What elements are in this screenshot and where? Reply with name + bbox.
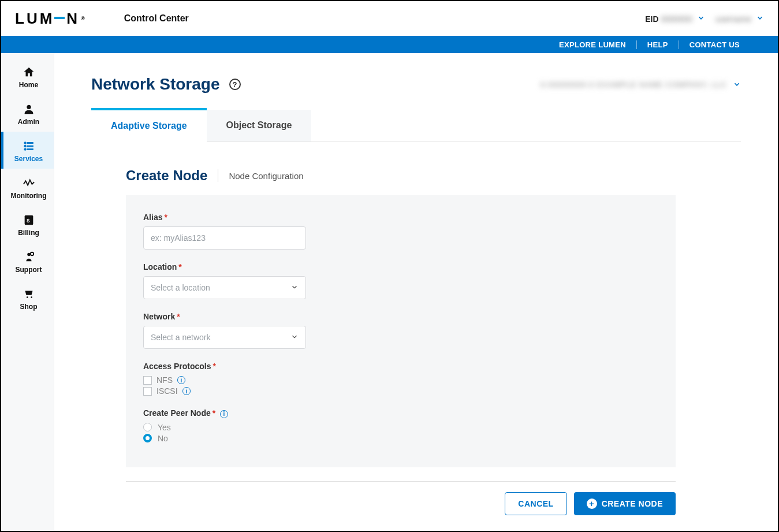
form-divider	[126, 481, 676, 482]
explore-lumen-link[interactable]: EXPLORE LUMEN	[549, 40, 636, 49]
info-icon[interactable]: i	[220, 410, 228, 418]
registered-icon: ®	[81, 16, 87, 21]
page-title: Network Storage	[91, 75, 220, 94]
create-node-section: Create Node Node Configuration Alias* Lo…	[91, 142, 741, 515]
account-selector[interactable]: 0-00000000-0 EXAMPLE NAME COMPANY, LLC	[541, 80, 741, 89]
tab-object-storage[interactable]: Object Storage	[207, 110, 312, 142]
eid-label: EID	[645, 14, 658, 24]
peer-yes-row[interactable]: Yes	[143, 423, 658, 432]
svg-point-5	[24, 148, 26, 151]
alias-input[interactable]	[143, 226, 306, 250]
main-content: Network Storage ? 0-00000000-0 EXAMPLE N…	[54, 53, 778, 531]
plus-icon: +	[587, 498, 597, 509]
chevron-down-icon	[733, 80, 741, 88]
services-icon	[23, 140, 35, 152]
field-location: Location* Select a location	[143, 262, 658, 299]
svg-point-3	[24, 145, 26, 147]
utility-linkbar: EXPLORE LUMEN HELP CONTACT US	[1, 36, 778, 53]
top-header: LUMN® Control Center EID 0000000 usernam…	[1, 1, 778, 36]
svg-rect-2	[27, 143, 33, 144]
eid-value: 0000000	[661, 14, 692, 24]
sidebar-label-support: Support	[16, 266, 42, 274]
svg-point-0	[27, 105, 31, 109]
sidebar-label-admin: Admin	[18, 118, 39, 126]
svg-text:$: $	[27, 218, 29, 224]
info-icon[interactable]: i	[177, 376, 185, 384]
sidebar-item-home[interactable]: Home	[1, 58, 54, 95]
section-breadcrumb: Node Configuration	[218, 169, 303, 182]
network-label: Network*	[143, 312, 658, 321]
section-header: Create Node Node Configuration	[126, 168, 741, 184]
chevron-down-icon	[290, 282, 299, 294]
eid-dropdown[interactable]: EID 0000000	[645, 14, 705, 24]
field-peer-node: Create Peer Node* i Yes No	[143, 408, 658, 443]
node-form-panel: Alias* Location* Select a location Netwo…	[126, 195, 676, 467]
top-right-group: EID 0000000 username	[645, 14, 764, 24]
alias-label: Alias*	[143, 213, 658, 222]
svg-point-12	[31, 296, 32, 298]
svg-rect-4	[27, 146, 33, 147]
iscsi-label: ISCSI	[156, 386, 178, 396]
field-access-protocols: Access Protocols* NFS i ISCSI i	[143, 362, 658, 396]
location-label: Location*	[143, 262, 658, 271]
storage-tabs: Adaptive Storage Object Storage	[91, 110, 741, 142]
sidebar-item-support[interactable]: Support	[1, 243, 54, 280]
user-dropdown[interactable]: username	[715, 14, 764, 24]
help-icon[interactable]: ?	[229, 79, 241, 90]
tab-adaptive-storage[interactable]: Adaptive Storage	[91, 108, 207, 142]
section-title: Create Node	[126, 168, 207, 184]
nfs-checkbox[interactable]	[143, 376, 152, 385]
chevron-down-icon	[290, 332, 299, 344]
peer-no-radio[interactable]	[143, 434, 152, 442]
peer-yes-radio[interactable]	[143, 423, 152, 431]
app-title: Control Center	[124, 13, 189, 24]
user-value: username	[715, 14, 751, 24]
chevron-down-icon	[697, 14, 705, 24]
sidebar-item-services[interactable]: Services	[1, 132, 54, 169]
peer-yes-label: Yes	[158, 423, 171, 432]
logo-bar-icon	[54, 17, 65, 19]
protocols-label: Access Protocols*	[143, 362, 658, 371]
sidebar-item-shop[interactable]: Shop	[1, 280, 54, 317]
contact-us-link[interactable]: CONTACT US	[679, 40, 750, 49]
sidebar-item-billing[interactable]: $ Billing	[1, 206, 54, 243]
peer-label: Create Peer Node* i	[143, 408, 658, 418]
network-placeholder: Select a network	[151, 333, 211, 342]
svg-point-10	[30, 252, 33, 256]
help-link[interactable]: HELP	[636, 40, 679, 49]
svg-point-11	[26, 296, 28, 298]
cancel-button[interactable]: CANCEL	[505, 492, 566, 515]
monitoring-icon	[23, 177, 35, 189]
peer-no-label: No	[158, 434, 168, 443]
protocol-iscsi-row[interactable]: ISCSI i	[143, 386, 658, 396]
chevron-down-icon	[756, 14, 764, 24]
sidebar-item-admin[interactable]: Admin	[1, 95, 54, 132]
create-node-button[interactable]: + CREATE NODE	[574, 492, 676, 515]
svg-point-1	[24, 142, 26, 144]
iscsi-checkbox[interactable]	[143, 387, 152, 396]
page-header: Network Storage ? 0-00000000-0 EXAMPLE N…	[91, 75, 741, 94]
network-select[interactable]: Select a network	[143, 326, 306, 349]
brand-logo: LUMN®	[15, 10, 87, 28]
home-icon	[23, 66, 35, 79]
sidebar-label-services: Services	[14, 155, 43, 163]
sidebar-nav: Home Admin Services Monitoring $ Billing…	[1, 53, 54, 531]
svg-rect-6	[27, 149, 33, 150]
location-select[interactable]: Select a location	[143, 276, 306, 299]
peer-no-row[interactable]: No	[143, 434, 658, 443]
nfs-label: NFS	[156, 375, 173, 385]
sidebar-item-monitoring[interactable]: Monitoring	[1, 169, 54, 206]
form-actions: CANCEL + CREATE NODE	[126, 492, 676, 515]
create-node-label: CREATE NODE	[602, 499, 663, 508]
svg-point-9	[27, 253, 31, 256]
sidebar-label-shop: Shop	[20, 303, 38, 311]
info-icon[interactable]: i	[182, 387, 191, 395]
sidebar-label-billing: Billing	[18, 229, 39, 237]
sidebar-label-monitoring: Monitoring	[11, 192, 47, 200]
shop-icon	[23, 288, 35, 300]
account-text: 0-00000000-0 EXAMPLE NAME COMPANY, LLC	[541, 80, 727, 89]
protocol-nfs-row[interactable]: NFS i	[143, 375, 658, 385]
sidebar-label-home: Home	[19, 81, 38, 89]
field-network: Network* Select a network	[143, 312, 658, 349]
location-placeholder: Select a location	[151, 283, 210, 292]
